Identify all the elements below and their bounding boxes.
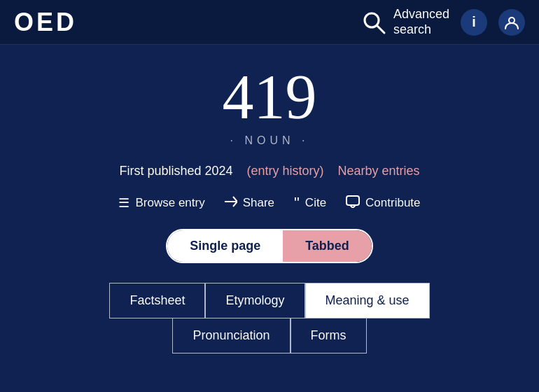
search-area[interactable]: Advancedsearch [361, 7, 449, 37]
action-bar: ☰ Browse entry Share " Cite Cont [28, 194, 511, 212]
svg-rect-3 [346, 196, 359, 205]
tab-forms[interactable]: Forms [290, 318, 367, 354]
header-right: Advancedsearch i [361, 7, 525, 37]
tab-meaning-use[interactable]: Meaning & use [305, 283, 430, 318]
browse-entry-button[interactable]: ☰ Browse entry [118, 195, 204, 211]
svg-line-1 [377, 26, 384, 33]
contribute-button[interactable]: Contribute [346, 195, 420, 211]
cite-label: Cite [305, 196, 326, 210]
tab-factsheet[interactable]: Factsheet [109, 283, 205, 318]
entry-number: 419 [28, 66, 511, 129]
nearby-entries-link[interactable]: Nearby entries [338, 164, 420, 178]
browse-icon: ☰ [118, 195, 130, 211]
tabs-row-2: Pronunciation Forms [172, 318, 366, 354]
share-button[interactable]: Share [225, 195, 274, 211]
advanced-search-label[interactable]: Advancedsearch [393, 7, 449, 37]
search-icon[interactable] [361, 10, 386, 35]
header: OED Advancedsearch i [0, 0, 539, 45]
meta-row: First published 2024 (entry history) Nea… [28, 164, 511, 178]
cite-button[interactable]: " Cite [294, 194, 326, 212]
view-toggle: Single page Tabbed [28, 229, 511, 263]
user-icon[interactable] [498, 9, 525, 36]
pos-label: · NOUN · [28, 134, 511, 147]
single-page-toggle[interactable]: Single page [167, 230, 283, 262]
tabbed-toggle[interactable]: Tabbed [283, 230, 372, 262]
cite-icon: " [294, 194, 300, 212]
tabs-container: Factsheet Etymology Meaning & use Pronun… [28, 283, 511, 354]
contribute-label: Contribute [365, 196, 420, 210]
main-content: 419 · NOUN · First published 2024 (entry… [0, 45, 539, 368]
entry-history-link[interactable]: (entry history) [247, 164, 324, 178]
tabs-row-1: Factsheet Etymology Meaning & use [109, 283, 429, 318]
contribute-icon [346, 195, 360, 211]
share-icon [225, 195, 237, 211]
tab-etymology[interactable]: Etymology [205, 283, 304, 318]
published-text: First published 2024 [119, 164, 232, 178]
share-label: Share [243, 196, 274, 210]
logo: OED [14, 8, 77, 37]
tab-pronunciation[interactable]: Pronunciation [172, 318, 290, 354]
browse-label: Browse entry [135, 196, 204, 210]
info-icon[interactable]: i [461, 9, 487, 36]
toggle-button-group: Single page Tabbed [166, 229, 373, 263]
svg-point-2 [509, 18, 514, 23]
